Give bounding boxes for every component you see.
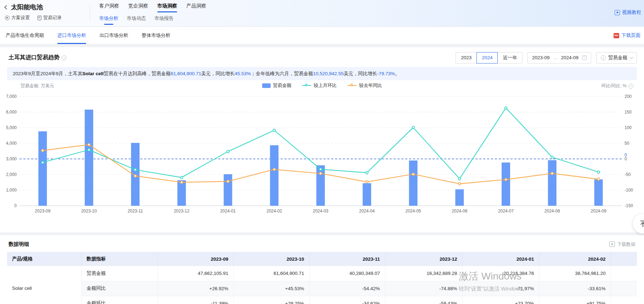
svg-text:2024-09: 2024-09 (591, 209, 606, 214)
page-title: 太阳能电池 (11, 3, 43, 11)
nav-item-0[interactable]: 产品市场生命周期 (6, 27, 44, 44)
summary-segment: 。 (395, 71, 400, 77)
back-to-top-icon (639, 220, 644, 228)
data-detail-card: 数据明细 X 下载数据 产品/规格数据指标2023-092023-102023-… (0, 235, 644, 304)
metric-select-value: 贸易金额 (608, 55, 627, 61)
table-cell: +91.75% (539, 296, 611, 304)
chart-legend: 贸易金额较上月环比较去年同比 (0, 82, 644, 89)
summary-segment: -79.73% (377, 71, 395, 76)
table-header-cell: 2023-10 (233, 252, 309, 266)
nav-item-2[interactable]: 出口市场分析 (100, 27, 128, 44)
summary-segment: 61,604,900.71 (171, 71, 201, 76)
table-cell: +23.70% (462, 296, 539, 304)
legend-label: 较上月环比 (314, 82, 337, 89)
info-icon: i (601, 55, 606, 60)
table-cell: 47,662,105.91 (158, 266, 233, 281)
info-icon[interactable]: i (62, 55, 67, 60)
table-cell: 16,342,689.28 (385, 266, 462, 281)
table-row: Solar cell贸易金额47,662,105.9161,604,900.71… (7, 266, 637, 281)
detail-title: 数据明细 (9, 241, 29, 248)
table-cell: -54.42% (309, 281, 385, 296)
svg-text:-150: -150 (625, 203, 633, 208)
nav-item-1[interactable]: 进口市场分析 (57, 27, 86, 44)
scheme-settings-link[interactable]: 方案设置 (5, 15, 30, 21)
date-range-picker[interactable]: 2023-09 → 2024-09 (527, 52, 591, 63)
right-axis-unit: 环比/同比: % i (601, 83, 633, 89)
summary-banner: 2023年9月至2024年9月，土耳其Solar cell贸易在十月达到高峰，贸… (7, 67, 637, 80)
sub-tab-1[interactable]: 市场动态 (127, 15, 146, 25)
svg-text:2023-10: 2023-10 (81, 209, 97, 214)
table-row: 金额同比+26.92%+45.53%-54.42%-74.88%-71.97%-… (7, 281, 637, 296)
info-icon[interactable]: i (628, 84, 633, 89)
legend-item-0[interactable]: 贸易金额 (262, 82, 292, 89)
svg-text:0: 0 (14, 203, 17, 208)
video-tutorial-link[interactable]: 视频教程 (615, 9, 641, 16)
pdf-icon: PDF (614, 33, 619, 38)
divider (90, 4, 90, 21)
svg-text:4,000: 4,000 (6, 141, 17, 146)
svg-text:7,000: 7,000 (6, 94, 17, 99)
year-button-近一年[interactable]: 近一年 (497, 52, 522, 63)
nav-item-3[interactable]: 整体市场分析 (142, 27, 170, 44)
svg-text:2024-07: 2024-07 (498, 209, 514, 214)
svg-text:6,000: 6,000 (6, 110, 17, 115)
metric-select[interactable]: i 贸易金额 (596, 52, 637, 63)
sub-tab-2[interactable]: 市场报告 (154, 15, 174, 25)
back-icon[interactable] (4, 5, 9, 10)
svg-text:2,000: 2,000 (6, 172, 17, 177)
table-header-cell: 产品/规格 (7, 252, 81, 266)
download-data-link[interactable]: X 下载数据 (609, 241, 635, 248)
legend-item-2[interactable]: 较去年同比 (348, 82, 382, 89)
legend-item-1[interactable]: 较上月环比 (302, 82, 337, 89)
trade-trend-chart[interactable]: 01,0002,0003,0004,0005,0006,0007,000-150… (0, 90, 644, 214)
table-cell: -71.97% (462, 281, 539, 296)
table-cell: 38,764,961.20 (539, 266, 611, 281)
trade-records-link[interactable]: 贸易记录 (38, 15, 62, 21)
calendar-icon (582, 55, 587, 60)
table-cell: -74.88% (385, 281, 462, 296)
product-cell: Solar cell (7, 266, 81, 304)
svg-text:-100: -100 (625, 188, 633, 193)
market-analysis-nav: 产品市场生命周期进口市场分析出口市场分析整体市场分析 PDF 下载页面 (0, 27, 644, 44)
sub-tab-0[interactable]: 市场分析 (99, 15, 118, 25)
indicator-cell: 金额环比 (81, 296, 158, 304)
svg-text:2024-08: 2024-08 (544, 209, 560, 214)
legend-label: 较去年同比 (359, 82, 382, 89)
date-from: 2023-09 (532, 55, 550, 60)
svg-text:-50: -50 (625, 172, 631, 177)
trend-card: 土耳其进口贸易趋势 i 20232024近一年 2023-09 → 2024-0… (0, 47, 644, 232)
table-cell: -59.43% (385, 296, 462, 304)
indicator-cell: 贸易金额 (81, 266, 158, 281)
summary-segment: ；全年低峰为六月，贸易金额 (251, 71, 313, 77)
svg-text:50: 50 (625, 141, 629, 146)
date-to: 2024-09 (561, 55, 578, 60)
summary-segment: 美元，同比增长 (201, 71, 235, 77)
line-swatch (302, 85, 311, 86)
svg-text:2023-12: 2023-12 (174, 209, 190, 214)
excel-icon: X (609, 242, 615, 247)
main-tab-2[interactable]: 市场洞察 (157, 3, 177, 12)
svg-text:2024-01: 2024-01 (220, 209, 236, 214)
table-header-cell: 2024-01 (462, 252, 539, 266)
svg-text:2023-09: 2023-09 (35, 209, 50, 214)
summary-segment: 贸易在十月达到高峰，贸易金额 (104, 71, 171, 77)
year-button-2024[interactable]: 2024 (476, 52, 498, 63)
sub-tabs: 市场分析市场动态市场报告 (99, 15, 206, 25)
svg-text:150: 150 (625, 110, 632, 115)
table-header-cell: 2023-11 (309, 252, 385, 266)
table-cell: 40,280,349.07 (309, 266, 385, 281)
summary-segment: 2023年9月至2024年9月，土耳其 (13, 71, 83, 77)
svg-text:1,000: 1,000 (6, 188, 17, 193)
indicator-cell: 金额同比 (81, 281, 158, 296)
year-button-2023[interactable]: 2023 (456, 52, 477, 63)
document-icon (38, 16, 41, 20)
main-tab-0[interactable]: 客户洞察 (99, 3, 119, 12)
table-header-cell: 2024-02 (539, 252, 611, 266)
table-cell: -34.62% (309, 296, 385, 304)
main-tab-1[interactable]: 竞企洞察 (128, 3, 148, 12)
download-page-link[interactable]: PDF 下载页面 (614, 27, 640, 44)
scheme-settings-label: 方案设置 (11, 15, 30, 21)
svg-text:2024-02: 2024-02 (266, 209, 282, 214)
table-header-cell: 2023-12 (385, 252, 462, 266)
main-tab-3[interactable]: 产品洞察 (186, 3, 206, 12)
